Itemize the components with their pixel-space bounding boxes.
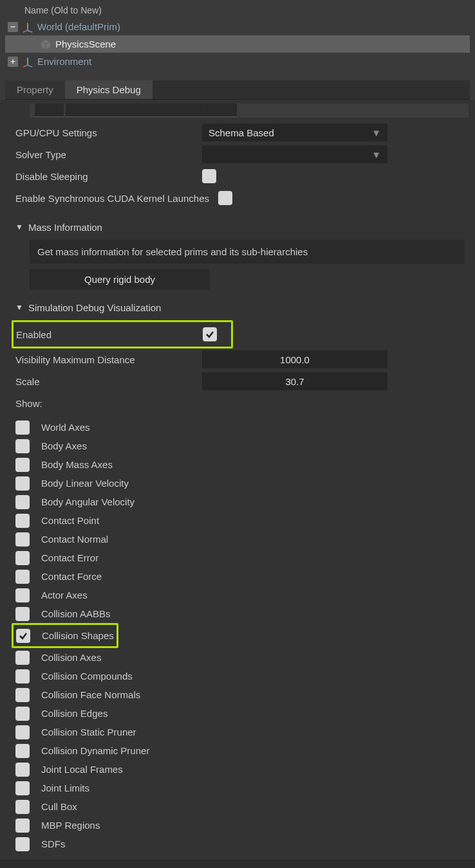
show-option: Joint Local Frames: [15, 760, 469, 779]
show-option-checkbox[interactable]: [15, 514, 30, 528]
show-option: Actor Axes: [15, 586, 469, 604]
visibility-max-distance-label: Visibility Maximum Distance: [15, 354, 202, 365]
show-option-label: Actor Axes: [41, 590, 88, 601]
solver-type-label: Solver Type: [15, 149, 202, 160]
show-option-checkbox[interactable]: [15, 607, 30, 621]
show-option: Joint Limits: [15, 779, 469, 797]
show-option: Cull Box: [15, 797, 469, 816]
chevron-down-icon: ▼: [15, 303, 23, 312]
show-option-label: MBP Regions: [41, 820, 100, 831]
show-option-label: Collision Shapes: [42, 630, 114, 641]
svg-line-1: [23, 30, 28, 32]
show-option: Contact Error: [15, 548, 469, 567]
show-option-label: Contact Normal: [41, 534, 108, 545]
show-option: Collision Shapes: [16, 626, 114, 645]
sim-debug-header[interactable]: ▼ Simulation Debug Visualization: [15, 297, 469, 318]
cube-icon: [40, 39, 51, 50]
show-option: Collision Axes: [15, 648, 469, 667]
show-option-label: Body Angular Velocity: [41, 496, 135, 507]
show-option-checkbox[interactable]: [15, 707, 30, 721]
tree-label: World (defaultPrim): [37, 21, 120, 32]
show-option-checkbox[interactable]: [15, 532, 30, 547]
show-option-checkbox[interactable]: [15, 763, 30, 777]
show-option-checkbox[interactable]: [15, 551, 30, 565]
svg-line-7: [28, 65, 32, 67]
show-option-checkbox[interactable]: [15, 818, 30, 833]
show-option-checkbox[interactable]: [15, 725, 30, 739]
show-option-label: Body Axes: [41, 440, 87, 451]
show-option-label: Contact Error: [41, 552, 98, 563]
show-option: Contact Normal: [15, 530, 469, 548]
visibility-max-distance-input[interactable]: 1000.0: [202, 350, 387, 368]
show-option-label: Collision Compounds: [41, 671, 133, 682]
show-option: Body Linear Velocity: [15, 474, 469, 493]
show-option-checkbox[interactable]: [15, 588, 30, 602]
solver-type-select[interactable]: ▼: [202, 145, 387, 163]
show-option-checkbox[interactable]: [15, 781, 30, 795]
show-option-checkbox[interactable]: [16, 629, 30, 643]
sort-header[interactable]: Name (Old to New): [5, 3, 470, 18]
expand-icon[interactable]: +: [8, 57, 18, 67]
cuda-kernel-checkbox[interactable]: [218, 191, 232, 205]
gpu-cpu-settings-label: GPU/CPU Settings: [15, 127, 202, 138]
chevron-down-icon: ▼: [15, 222, 23, 231]
mass-information-header[interactable]: ▼ Mass Information: [15, 217, 469, 237]
show-option-checkbox[interactable]: [15, 800, 30, 814]
show-option-label: Collision AABBs: [41, 608, 111, 619]
show-option-checkbox[interactable]: [15, 651, 30, 665]
tree-label: Environment: [37, 56, 91, 67]
show-option: Contact Point: [15, 511, 469, 530]
collapse-icon[interactable]: −: [8, 22, 18, 32]
svg-line-6: [23, 65, 28, 67]
scale-input[interactable]: 30.7: [202, 372, 387, 390]
show-option-label: Collision Axes: [41, 652, 101, 663]
show-option-label: Collision Edges: [41, 708, 107, 719]
show-option: Collision Compounds: [15, 667, 469, 685]
show-option: Contact Force: [15, 567, 469, 586]
show-option-label: Cull Box: [41, 801, 77, 812]
show-option-label: Collision Static Pruner: [41, 727, 136, 737]
enabled-label: Enabled: [16, 329, 203, 340]
show-option: Collision Face Normals: [15, 685, 469, 704]
show-option: Collision Edges: [15, 704, 469, 723]
show-option: SDFs: [15, 835, 469, 853]
disable-sleeping-label: Disable Sleeping: [15, 171, 202, 182]
tree-label: PhysicsScene: [55, 39, 116, 50]
axis-icon: [22, 21, 33, 33]
show-label: Show:: [15, 398, 202, 409]
mass-info-text: Get mass information for selected prims …: [30, 240, 465, 264]
tree-item-environment[interactable]: + Environment: [5, 53, 470, 70]
show-option-checkbox[interactable]: [15, 476, 30, 491]
show-option-checkbox[interactable]: [15, 420, 30, 435]
section-title: Simulation Debug Visualization: [28, 302, 162, 313]
chevron-down-icon: ▼: [371, 127, 381, 138]
show-option-checkbox[interactable]: [15, 458, 30, 472]
show-option-checkbox[interactable]: [15, 837, 30, 851]
cuda-kernel-label: Enable Synchronous CUDA Kernel Launches: [15, 193, 209, 204]
show-option-checkbox[interactable]: [15, 744, 30, 758]
tree-item-physics-scene[interactable]: PhysicsScene: [5, 35, 470, 53]
show-option-label: SDFs: [41, 838, 66, 849]
svg-line-2: [28, 30, 32, 32]
gpu-cpu-settings-select[interactable]: Schema Based ▼: [202, 123, 387, 141]
show-option-label: Body Mass Axes: [41, 459, 113, 470]
enabled-checkbox[interactable]: [203, 327, 217, 341]
show-option-label: Joint Limits: [41, 782, 89, 793]
scene-tree: − World (defaultPrim) PhysicsScene + Env…: [5, 18, 470, 70]
chevron-down-icon: ▼: [371, 149, 381, 160]
show-option-checkbox[interactable]: [15, 495, 30, 509]
show-option-label: Collision Dynamic Pruner: [41, 745, 149, 756]
section-title: Mass Information: [28, 222, 102, 233]
show-option-checkbox[interactable]: [15, 439, 30, 453]
tab-physics-debug[interactable]: Physics Debug: [65, 80, 153, 99]
tree-item-world[interactable]: − World (defaultPrim): [5, 18, 470, 35]
select-value: Schema Based: [209, 127, 274, 138]
show-option-checkbox[interactable]: [15, 669, 30, 683]
show-option-checkbox[interactable]: [15, 570, 30, 584]
show-option-checkbox[interactable]: [15, 688, 30, 702]
show-options-list: World AxesBody AxesBody Mass AxesBody Li…: [15, 418, 469, 853]
query-rigid-body-button[interactable]: Query rigid body: [30, 269, 210, 289]
tab-property[interactable]: Property: [5, 80, 65, 99]
disable-sleeping-checkbox[interactable]: [202, 169, 216, 183]
show-option-label: Contact Force: [41, 571, 102, 582]
